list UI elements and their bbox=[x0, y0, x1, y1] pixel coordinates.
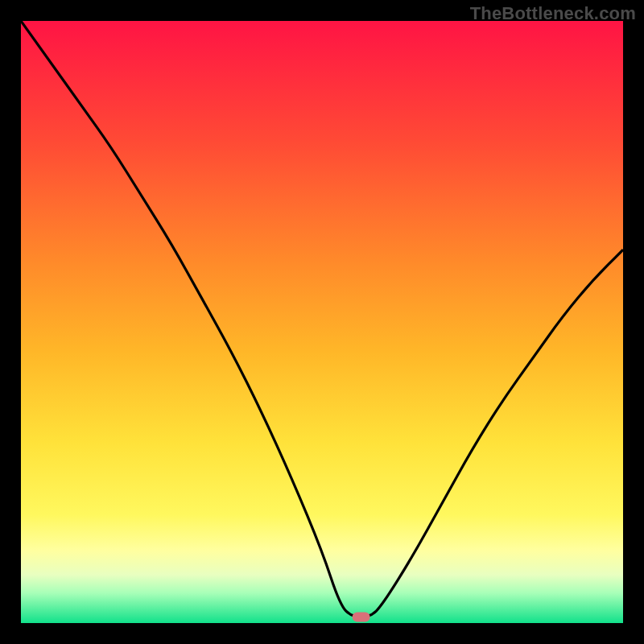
plot-area bbox=[21, 21, 623, 623]
watermark-text: TheBottleneck.com bbox=[470, 3, 636, 24]
gradient-background bbox=[21, 21, 623, 623]
chart-svg bbox=[21, 21, 623, 623]
chart-frame: TheBottleneck.com bbox=[0, 0, 644, 644]
marker-point bbox=[353, 613, 370, 622]
